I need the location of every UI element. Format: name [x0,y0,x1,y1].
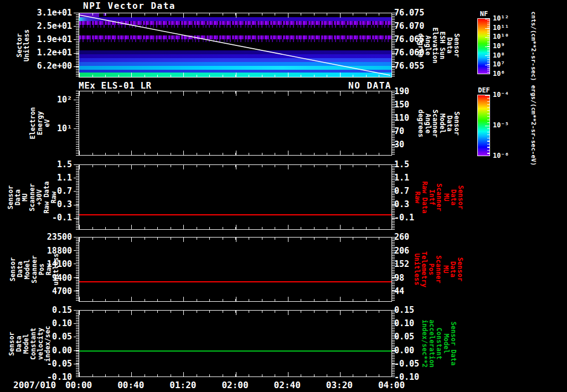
y-tick-label: 14100 [30,260,72,268]
panel5-top-ticks [79,311,391,315]
y-tick-label: 1.5 [30,161,72,168]
panel2-left-tick-comb [74,91,79,156]
nf-colorbar [477,18,490,74]
model-scanner-pos-data-line [79,281,391,282]
panel4-right-axis-title: Sensor Data MU Scanner Pos Telemetry Uni… [421,237,456,302]
panel5-plot-area [79,310,392,377]
panel2-top-ticks [79,91,391,96]
panel1-top-ticks [79,13,391,18]
colorbar-tick-label: 10¹² [493,15,520,22]
colorbar-tick-label: 10⁻⁴ [493,91,520,98]
y-tick-label: 0.7 [30,187,72,195]
y-tick-label: 4700 [30,287,72,295]
time-tick-label: 00:40 [105,380,157,390]
panel1-left-tick-comb [74,13,79,78]
y-tick-label: 6.2e+00 [30,62,72,70]
time-tick-label: 00:00 [53,380,105,390]
panel2-major-tick [74,100,79,100]
panel2-right-axis-title: Sensor Data Model Scanner Angle degrees [421,91,456,156]
y-tick-label: 23500 [30,233,72,241]
panel4-bottom-ticks [79,297,391,301]
colorbar-tick-label: 10¹¹ [493,24,520,31]
y-tick-label: 0.15 [30,306,72,314]
panel1-title: NPI Vector Data [83,1,176,11]
def-colorbar-units: ergs/(cm**2-sr-sec-eV) [522,89,546,161]
y-tick-label: 1.1 [30,174,72,182]
plot-window: NPI Vector Data Sector Unitless 3.1e+012… [0,0,567,392]
nf-colorbar-title: NF [476,10,492,18]
y-tick-label: 10¹ [30,125,72,132]
panel2-title: MEx ELS-01 LR [79,80,152,91]
colorbar-tick-label: 10⁹ [493,43,520,49]
colorbar-tick-label: 10⁸ [493,52,520,59]
colorbar-tick-label: 10¹⁰ [493,33,520,40]
panel5-y-tick-labels: 0.150.100.050.00-0.05-0.10 [30,306,72,381]
panel4-y-tick-labels: 23500188001410094004700 [30,233,72,295]
y-tick-label: 1.2e+01 [30,49,72,56]
date-label: 2007/010 [13,380,56,390]
panel1-bottom-ticks [79,73,391,77]
nf-colorbar-tick-labels: 10¹²10¹¹10¹⁰10⁹10⁸10⁷10⁶ [493,15,520,77]
y-tick-label: 0.3 [30,200,72,208]
def-colorbar [477,95,490,156]
y-tick-label: 0.05 [30,333,72,341]
panel2-major-tick [74,128,79,129]
y-tick-label: 9400 [30,274,72,282]
model-constant-velocity-data-line [79,350,391,352]
panel3-top-ticks [79,165,391,169]
panel2-plot-area [79,91,392,156]
panel3-bottom-ticks [79,225,391,229]
panel3-left-tick-comb [74,164,79,230]
time-tick-label: 03:20 [313,380,365,390]
panel5-left-tick-comb [74,310,79,377]
time-tick-label: 02:40 [261,380,313,390]
panel3-y-tick-labels: 1.51.10.70.3-0.1 [30,161,72,221]
time-tick-label: 01:20 [157,380,209,390]
def-colorbar-title: DEF [475,86,493,94]
y-tick-label: -0.1 [30,214,72,221]
panel4-left-tick-comb [74,237,79,302]
no-data-label: NO DATA [310,80,391,91]
y-tick-label: 10² [30,96,72,104]
nf-colorbar-units: cnts/(cm**2-sr-sec) [522,13,546,79]
colorbar-tick-label: 10⁻⁶ [493,152,520,159]
time-axis-tick-labels: 00:0000:4001:2002:0002:4003:2004:00 [53,380,418,390]
y-tick-label: 18800 [30,247,72,255]
y-tick-label: 0.10 [30,319,72,327]
panel3-right-axis-title: Sensor Data MU Scanner Intf Raw Data Raw [421,164,456,230]
panel1-plot-area [79,13,392,78]
panel1-right-axis-title: Sensor Data ESH Sun Elevation Angle degr… [421,13,456,78]
sun-elevation-overlay-line [79,13,391,77]
y-tick-label: -0.05 [30,360,72,368]
panel5-bottom-ticks [79,372,391,376]
panel4-plot-area [79,237,392,302]
colorbar-tick-label: 10⁻⁵ [493,122,520,128]
panel2-bottom-ticks [79,151,391,155]
panel5-right-axis-title: Sensor Data Model Constant acceleration … [421,310,456,377]
time-tick-label: 02:00 [209,380,261,390]
panel1-y-tick-labels: 3.1e+012.5e+011.9e+011.2e+016.2e+00 [30,9,72,70]
y-tick-label: 0.00 [30,347,72,354]
colorbar-tick-label: 10⁶ [493,70,520,77]
y-tick-label: 1.9e+01 [30,35,72,43]
panel2-y-tick-labels: 10²10¹ [30,96,72,132]
y-tick-label: 2.5e+01 [30,22,72,30]
panel3-plot-area [79,164,392,230]
mu-scanner-30v-data-line [79,214,391,215]
panel4-top-ticks [79,238,391,242]
colorbar-tick-label: 10⁷ [493,61,520,68]
time-tick-label: 04:00 [365,380,417,390]
def-colorbar-tick-labels: 10⁻⁴10⁻⁵10⁻⁶ [493,91,520,159]
y-tick-label: 3.1e+01 [30,9,72,17]
